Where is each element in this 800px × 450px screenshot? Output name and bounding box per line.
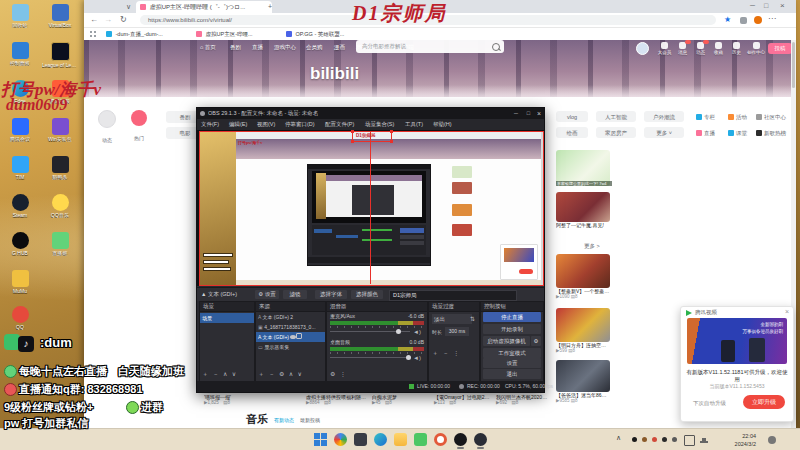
cat-vlog[interactable]: vlog: [556, 111, 588, 122]
cat-home[interactable]: 家居房产: [596, 127, 636, 138]
bookmark-star-icon[interactable]: ★: [724, 15, 731, 24]
refresh-icon[interactable]: ↻: [120, 15, 127, 24]
selection-handle[interactable]: [351, 130, 354, 133]
bookmark-item[interactable]: 虚拟UP主区-哔哩...: [196, 28, 276, 40]
clock[interactable]: 22:04 2024/3/2: [716, 432, 756, 448]
tray-app-icon[interactable]: [642, 437, 647, 442]
desktop-icon-mumu[interactable]: MuMu: [2, 270, 38, 294]
nav-bangumi[interactable]: 番剧: [230, 41, 241, 53]
remove-transition-icon[interactable]: －: [442, 350, 448, 356]
user-action-creator[interactable]: 创作中心: [746, 42, 766, 55]
popup-upgrade-button[interactable]: 立即升级: [743, 395, 785, 409]
more-videos-link[interactable]: 更多 >: [584, 243, 600, 250]
source-item-text2[interactable]: A 文本 (GDI+) 2: [256, 312, 325, 322]
wechat-taskbar-icon[interactable]: [414, 433, 427, 446]
new-tab-button[interactable]: +: [268, 0, 272, 13]
mixer-ch2-slider-knob[interactable]: [406, 355, 411, 360]
link-articles[interactable]: 专栏: [696, 112, 715, 122]
obs-taskbar-icon[interactable]: [454, 433, 467, 446]
video-card[interactable]: 【明日方舟】连抽空肉狗！赏 ▶599 ▤8: [556, 308, 610, 353]
scenes-header[interactable]: 场景: [200, 302, 254, 312]
transition-menu-icon[interactable]: ⋮: [453, 350, 459, 356]
stop-streaming-button[interactable]: 停止直播: [483, 312, 541, 322]
desktop-icon-virtualbox[interactable]: VirtualBox: [42, 4, 78, 28]
bookmark-item[interactable]: OP.GG - 英雄联盟...: [286, 28, 370, 40]
source-item-display-capture[interactable]: ▭ 显示器采集: [256, 342, 325, 352]
desktop-icon-league-of-legends[interactable]: League of Legends: [42, 42, 78, 68]
browser-menu-icon[interactable]: ⋯: [768, 14, 776, 23]
start-recording-button[interactable]: 开始录制: [483, 324, 541, 334]
user-action-favorites[interactable]: 收藏: [710, 42, 727, 55]
browser-tab[interactable]: 虚拟UP主区-哔哩哔哩 (゜-゜)つロ...: [136, 1, 272, 13]
quick-hot-entry[interactable]: 热门: [128, 110, 150, 144]
popup-close-icon[interactable]: ×: [785, 308, 789, 315]
transition-stepper-icon[interactable]: ⇅: [470, 314, 475, 324]
exit-button[interactable]: 退出: [483, 369, 541, 379]
user-action-messages[interactable]: 消息: [674, 42, 691, 55]
nav-home[interactable]: ⌂ 首页: [200, 41, 216, 53]
obs-preview[interactable]: 打号pw/海千v: [197, 130, 544, 286]
tray-chevron-icon[interactable]: ∧: [616, 434, 621, 442]
source-settings-button[interactable]: ⚙ 设置: [255, 290, 279, 299]
menu-tools[interactable]: 工具(T): [405, 119, 423, 130]
settings-button[interactable]: 设置: [483, 358, 541, 368]
mixer-ch1-slider-knob[interactable]: [396, 329, 401, 334]
cat-ai[interactable]: 人工智能: [596, 111, 636, 122]
widgets-icon[interactable]: [354, 433, 367, 446]
music-tab-latest[interactable]: 最新投稿: [300, 417, 320, 423]
tab-search-chevron-icon[interactable]: ∨: [126, 0, 131, 13]
selection-handle[interactable]: [351, 140, 354, 143]
start-button[interactable]: [314, 433, 327, 446]
scrollbar-thumb[interactable]: [792, 42, 795, 88]
cat-outdoor[interactable]: 户外潮流: [644, 111, 684, 122]
quick-dynamic-entry[interactable]: 动态: [96, 110, 118, 146]
link-classroom[interactable]: 课堂: [728, 128, 747, 138]
mixer-ch1-slider[interactable]: [330, 331, 410, 332]
desktop-icon-control-panel[interactable]: 控制面板: [2, 42, 38, 66]
profile-avatar[interactable]: [754, 16, 762, 24]
video-card[interactable]: '喵班报一报' ▶1,825 ▤8: [204, 394, 296, 405]
scene-item[interactable]: 场景: [200, 313, 254, 323]
mixer-config-icon[interactable]: ⚙: [330, 371, 335, 377]
window-close-button[interactable]: ×: [780, 0, 785, 12]
cat-painting[interactable]: 绘画: [556, 127, 588, 138]
transitions-header[interactable]: 场景过渡: [429, 302, 479, 312]
obs-minimize-button[interactable]: ─: [514, 108, 518, 119]
menu-profile[interactable]: 配置文件(P): [325, 119, 354, 130]
pick-font-button[interactable]: 选择字体: [315, 290, 347, 299]
search-taskbar-icon[interactable]: [334, 433, 347, 446]
desktop-icon-goose-duck[interactable]: 鹅鸭杀: [42, 156, 78, 180]
user-action-dynamic[interactable]: 动态: [692, 42, 709, 55]
desktop-icon-qq[interactable]: QQ: [2, 306, 38, 330]
user-action-history[interactable]: 历史: [728, 42, 745, 55]
menu-edit[interactable]: 编辑(E): [229, 119, 247, 130]
remove-scene-icon[interactable]: －: [212, 371, 218, 377]
desktop-icon-recycle-bin[interactable]: 回收站: [2, 4, 38, 28]
menu-scene-collection[interactable]: 场景集合(S): [365, 119, 394, 130]
post-button[interactable]: 投稿: [768, 43, 792, 54]
bilibili-logo[interactable]: bilibili: [310, 64, 359, 84]
mixer-menu-icon[interactable]: ⋮: [340, 371, 346, 377]
menu-help[interactable]: 帮助(H): [433, 119, 452, 130]
nav-live[interactable]: 直播: [252, 41, 263, 53]
link-new-songs[interactable]: 新歌热榜: [756, 128, 786, 138]
search-icon[interactable]: [492, 43, 500, 51]
tray-mic-icon[interactable]: [672, 437, 677, 442]
tray-app-icon[interactable]: [662, 437, 667, 442]
duration-field[interactable]: 300 ms: [445, 327, 469, 336]
video-card[interactable]: 【電Omayor】过电期2.2期 ▶113 ▤8: [434, 394, 490, 405]
obs-close-button[interactable]: ×: [537, 108, 541, 119]
selection-handle[interactable]: [390, 140, 393, 143]
transition-select[interactable]: 淡出: [432, 314, 472, 324]
app-taskbar-icon[interactable]: [474, 433, 487, 446]
add-source-icon[interactable]: ＋: [258, 371, 264, 377]
bookmark-item[interactable]: -dum-直播_-dum-...: [106, 28, 186, 40]
window-minimize-button[interactable]: ─: [750, 0, 755, 12]
lock-icon[interactable]: [296, 333, 302, 339]
desktop-icon-tencent-meeting[interactable]: 腾讯会议: [2, 118, 38, 142]
add-transition-icon[interactable]: ＋: [432, 350, 438, 356]
nav-vip-shop[interactable]: 会员购: [306, 41, 323, 53]
remove-source-icon[interactable]: －: [268, 371, 274, 377]
search-box[interactable]: 高分电影推荐解说: [356, 40, 504, 53]
video-card[interactable]: 【爸爸活】迷当年86的温大 ▶9585 ▤8: [556, 360, 610, 403]
